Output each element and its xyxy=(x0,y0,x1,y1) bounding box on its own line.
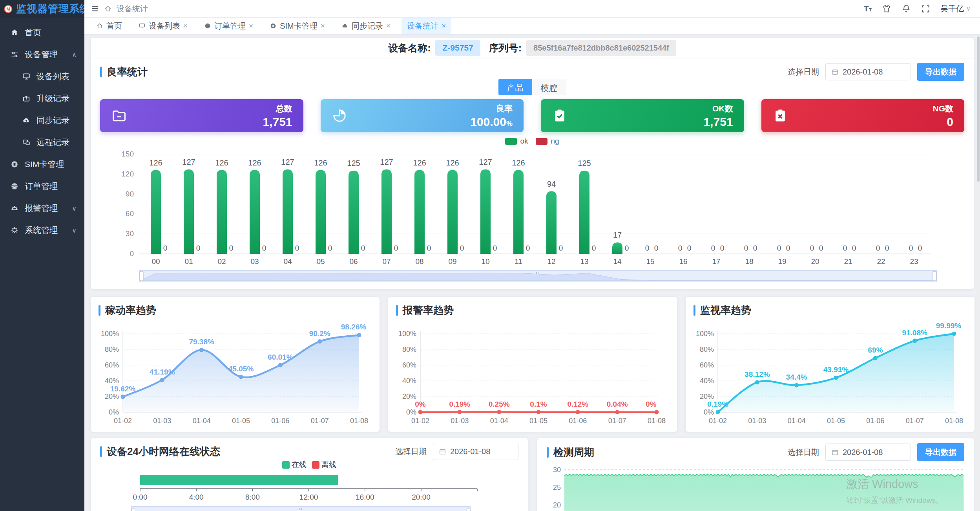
utilization-trend-card: 稼动率趋势 0%20%40%60%80%100%01-0201-0301-040… xyxy=(91,297,380,432)
svg-text:126: 126 xyxy=(314,158,327,167)
svg-text:0: 0 xyxy=(810,244,814,252)
sidebar-item-remote-records[interactable]: 远程记录 xyxy=(0,131,84,153)
trend-row: 稼动率趋势 0%20%40%60%80%100%01-0201-0301-040… xyxy=(91,297,974,432)
page-scrollbar[interactable] xyxy=(976,35,980,511)
online-date-picker[interactable]: 2026-01-08 xyxy=(433,443,518,460)
svg-text:01-02: 01-02 xyxy=(709,417,727,425)
svg-text:0: 0 xyxy=(753,244,757,252)
breadcrumb-home-icon[interactable] xyxy=(104,5,112,13)
legend-online-swatch xyxy=(282,461,290,469)
sidebar-item-device-list[interactable]: 设备列表 xyxy=(0,65,84,87)
tab-order-mgmt[interactable]: 订单管理 × xyxy=(199,18,259,34)
legend-offline-swatch xyxy=(312,461,319,469)
font-size-icon[interactable]: Tт xyxy=(864,4,872,13)
cycle-export-button[interactable]: 导出数据 xyxy=(917,443,964,461)
fullscreen-icon[interactable] xyxy=(921,4,930,13)
order-icon xyxy=(204,22,211,29)
legend-online[interactable]: 在线 xyxy=(282,460,307,470)
tab-sync-records[interactable]: 同步记录 × xyxy=(336,18,396,34)
calendar-icon xyxy=(439,448,446,455)
scrollbar-thumb[interactable] xyxy=(977,36,980,182)
home-icon xyxy=(96,22,103,29)
svg-text:0%: 0% xyxy=(415,400,426,408)
svg-text:0: 0 xyxy=(361,244,365,252)
close-tab-icon[interactable]: × xyxy=(321,22,325,30)
svg-text:01-06: 01-06 xyxy=(271,417,289,425)
sidebar-item-upgrade-records[interactable]: 升级记录 xyxy=(0,87,84,109)
collapse-menu-icon[interactable] xyxy=(91,4,99,13)
svg-text:0: 0 xyxy=(678,244,683,252)
cycle-date-picker[interactable]: 2026-01-08 xyxy=(825,444,911,461)
user-menu[interactable]: 吴千亿 ∨ xyxy=(940,4,971,14)
app-title: 监视器管理系统 xyxy=(16,2,90,16)
svg-text:0%: 0% xyxy=(704,408,714,416)
svg-text:126: 126 xyxy=(512,158,525,167)
svg-text:0: 0 xyxy=(852,244,856,252)
svg-text:0: 0 xyxy=(163,244,168,252)
sidebar-item-device-mgmt[interactable]: 设备管理 ∧ xyxy=(0,44,84,65)
close-tab-icon[interactable]: × xyxy=(249,22,253,30)
svg-text:01-08: 01-08 xyxy=(648,417,666,425)
detection-cycle-chart: 30252015 xyxy=(547,464,966,511)
svg-text:127: 127 xyxy=(281,158,294,166)
close-tab-icon[interactable]: × xyxy=(442,22,446,30)
svg-text:0: 0 xyxy=(885,244,889,252)
svg-text:126: 126 xyxy=(446,158,459,167)
close-tab-icon[interactable]: × xyxy=(183,22,188,30)
top-navbar: 设备统计 Tт 吴千亿 ∨ xyxy=(84,0,980,18)
sidebar-item-sim-mgmt[interactable]: SIM卡管理 xyxy=(0,153,84,175)
yield-title: 良率统计 xyxy=(107,65,148,79)
title-accent xyxy=(99,305,100,316)
tab-device-stats[interactable]: 设备统计 × xyxy=(401,18,451,34)
svg-text:150: 150 xyxy=(121,150,134,158)
close-tab-icon[interactable]: × xyxy=(386,22,391,30)
svg-text:20: 20 xyxy=(553,501,561,509)
yield-export-button[interactable]: 导出数据 xyxy=(917,63,964,81)
svg-text:20: 20 xyxy=(811,257,819,266)
toggle-product[interactable]: 产品 xyxy=(498,79,532,95)
calendar-icon xyxy=(831,68,839,76)
svg-text:01-05: 01-05 xyxy=(529,417,547,425)
svg-text:126: 126 xyxy=(215,158,228,167)
main-area: 设备统计 Tт 吴千亿 ∨ 首页 设备列表 × xyxy=(84,0,980,511)
sidebar-item-sync-records[interactable]: 同步记录 xyxy=(0,109,84,131)
svg-text:01-07: 01-07 xyxy=(608,417,626,425)
svg-text:04: 04 xyxy=(283,257,292,266)
stat-cards-row: 总数1,751 良率100.00% OK数1,751 NG数0 xyxy=(100,99,964,132)
sidebar-item-system-mgmt[interactable]: 系统管理 ∨ xyxy=(0,219,84,241)
legend-offline[interactable]: 离线 xyxy=(312,460,336,470)
svg-text:4:00: 4:00 xyxy=(189,493,204,501)
sidebar-item-home[interactable]: 首页 xyxy=(0,22,84,44)
svg-text:08: 08 xyxy=(415,257,423,266)
svg-text:01-07: 01-07 xyxy=(906,417,924,425)
toggle-mold[interactable]: 模腔 xyxy=(532,79,566,95)
svg-text:126: 126 xyxy=(248,158,261,167)
sliders-icon xyxy=(10,50,19,59)
alarm-trend-card: 报警率趋势 0%20%40%60%80%100%01-0201-0301-040… xyxy=(388,297,677,432)
bell-icon[interactable] xyxy=(902,4,911,13)
tab-device-list[interactable]: 设备列表 × xyxy=(133,18,193,34)
sidebar-item-alarm-mgmt[interactable]: 报警管理 ∨ xyxy=(0,197,84,219)
online-datazoom-slider[interactable] xyxy=(131,506,471,511)
breadcrumb: 设备统计 xyxy=(117,4,148,14)
svg-text:80%: 80% xyxy=(105,346,119,353)
svg-text:20:00: 20:00 xyxy=(412,493,431,501)
svg-text:03: 03 xyxy=(250,257,259,266)
svg-text:25: 25 xyxy=(553,484,561,491)
yield-date-picker[interactable]: 2026-01-08 xyxy=(825,63,911,80)
svg-text:13: 13 xyxy=(580,257,588,266)
legend-ok[interactable]: ok xyxy=(505,137,528,145)
svg-text:40%: 40% xyxy=(700,377,714,385)
tab-sim-mgmt[interactable]: SIM卡管理 × xyxy=(264,18,330,34)
svg-text:91.08%: 91.08% xyxy=(902,329,927,337)
page-content: 设备名称: Z-95757 序列号: 85e5f16a7fe812dbb8c81… xyxy=(84,35,980,511)
utilization-trend-chart: 0%20%40%60%80%100%01-0201-0301-0401-0501… xyxy=(99,318,372,426)
tab-home[interactable]: 首页 xyxy=(91,18,128,34)
legend-ng[interactable]: ng xyxy=(536,137,559,145)
bar-datazoom-slider[interactable] xyxy=(139,270,937,282)
sidebar-item-order-mgmt[interactable]: 订单管理 xyxy=(0,175,84,197)
svg-text:02: 02 xyxy=(217,257,226,266)
theme-shirt-icon[interactable] xyxy=(882,4,891,13)
svg-text:01-03: 01-03 xyxy=(451,417,469,425)
svg-text:0: 0 xyxy=(654,244,659,252)
